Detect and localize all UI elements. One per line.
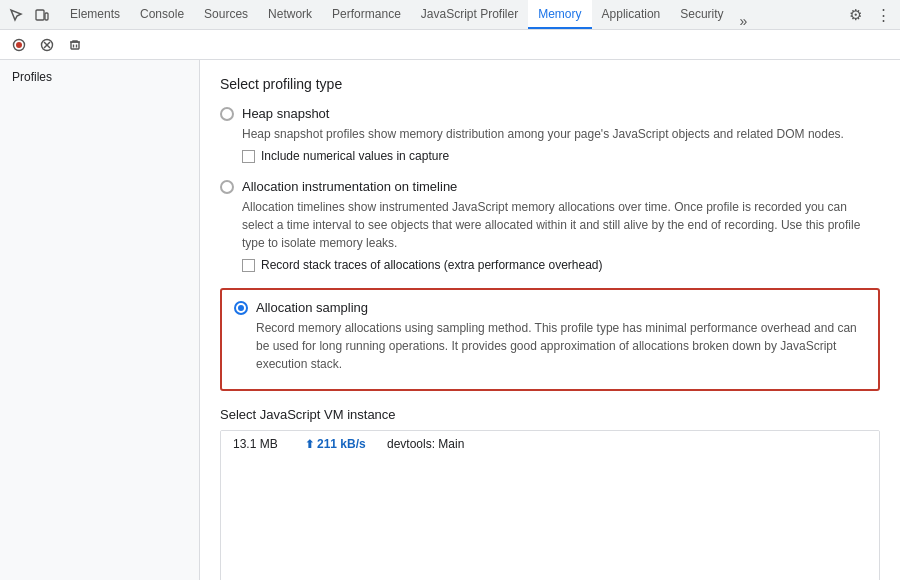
vm-placeholder bbox=[221, 457, 879, 580]
allocation-instrumentation-radio[interactable] bbox=[220, 180, 234, 194]
sidebar: Profiles bbox=[0, 60, 200, 580]
svg-rect-1 bbox=[45, 13, 48, 20]
tab-application[interactable]: Application bbox=[592, 0, 671, 29]
delete-profile-button[interactable] bbox=[64, 34, 86, 56]
more-tabs-button[interactable]: » bbox=[734, 13, 754, 29]
devtools-icons bbox=[4, 3, 54, 27]
device-toolbar-icon[interactable] bbox=[30, 3, 54, 27]
tab-network[interactable]: Network bbox=[258, 0, 322, 29]
tab-memory[interactable]: Memory bbox=[528, 0, 591, 29]
allocation-instrumentation-desc: Allocation timelines show instrumented J… bbox=[242, 198, 880, 252]
heap-snapshot-label: Heap snapshot bbox=[242, 106, 329, 121]
heap-snapshot-desc: Heap snapshot profiles show memory distr… bbox=[242, 125, 880, 143]
select-profiling-title: Select profiling type bbox=[220, 76, 880, 92]
allocation-sampling-option: Allocation sampling Record memory alloca… bbox=[234, 300, 866, 373]
tab-bar: Elements Console Sources Network Perform… bbox=[0, 0, 900, 30]
inspect-icon[interactable] bbox=[4, 3, 28, 27]
svg-point-3 bbox=[16, 42, 22, 48]
sidebar-profiles-label: Profiles bbox=[0, 64, 199, 90]
record-button[interactable] bbox=[8, 34, 30, 56]
tab-javascript-profiler[interactable]: JavaScript Profiler bbox=[411, 0, 528, 29]
heap-snapshot-radio[interactable] bbox=[220, 107, 234, 121]
main-layout: Profiles Select profiling type Heap snap… bbox=[0, 60, 900, 580]
tab-performance[interactable]: Performance bbox=[322, 0, 411, 29]
allocation-instrumentation-checkbox-label: Record stack traces of allocations (extr… bbox=[261, 258, 603, 272]
allocation-instrumentation-label: Allocation instrumentation on timeline bbox=[242, 179, 457, 194]
allocation-instrumentation-checkbox[interactable] bbox=[242, 259, 255, 272]
svg-rect-0 bbox=[36, 10, 44, 20]
tab-sources[interactable]: Sources bbox=[194, 0, 258, 29]
tab-console[interactable]: Console bbox=[130, 0, 194, 29]
content-area: Select profiling type Heap snapshot Heap… bbox=[200, 60, 900, 580]
clear-profiles-button[interactable] bbox=[36, 34, 58, 56]
vm-rate: ⬆ 211 kB/s bbox=[305, 437, 375, 451]
tabs-container: Elements Console Sources Network Perform… bbox=[60, 0, 842, 29]
tab-elements[interactable]: Elements bbox=[60, 0, 130, 29]
memory-toolbar bbox=[0, 30, 900, 60]
heap-snapshot-checkbox-row: Include numerical values in capture bbox=[242, 149, 880, 163]
vm-name: devtools: Main bbox=[387, 437, 464, 451]
tab-security[interactable]: Security bbox=[670, 0, 733, 29]
allocation-sampling-box: Allocation sampling Record memory alloca… bbox=[220, 288, 880, 391]
svg-rect-7 bbox=[71, 42, 79, 49]
heap-snapshot-checkbox-label: Include numerical values in capture bbox=[261, 149, 449, 163]
heap-snapshot-option: Heap snapshot Heap snapshot profiles sho… bbox=[220, 106, 880, 163]
vm-rate-icon: ⬆ bbox=[305, 438, 314, 451]
settings-icon[interactable]: ⚙ bbox=[842, 2, 868, 28]
vm-size: 13.1 MB bbox=[233, 437, 293, 451]
allocation-instrumentation-checkbox-row: Record stack traces of allocations (extr… bbox=[242, 258, 880, 272]
allocation-instrumentation-option: Allocation instrumentation on timeline A… bbox=[220, 179, 880, 272]
allocation-sampling-desc: Record memory allocations using sampling… bbox=[256, 319, 866, 373]
devtools-settings: ⚙ ⋮ bbox=[842, 2, 896, 28]
vm-instance-table: 13.1 MB ⬆ 211 kB/s devtools: Main bbox=[220, 430, 880, 580]
customize-icon[interactable]: ⋮ bbox=[870, 2, 896, 28]
allocation-sampling-radio[interactable] bbox=[234, 301, 248, 315]
allocation-sampling-label: Allocation sampling bbox=[256, 300, 368, 315]
vm-section-title: Select JavaScript VM instance bbox=[220, 407, 880, 422]
vm-instance-row[interactable]: 13.1 MB ⬆ 211 kB/s devtools: Main bbox=[221, 431, 879, 457]
heap-snapshot-checkbox[interactable] bbox=[242, 150, 255, 163]
